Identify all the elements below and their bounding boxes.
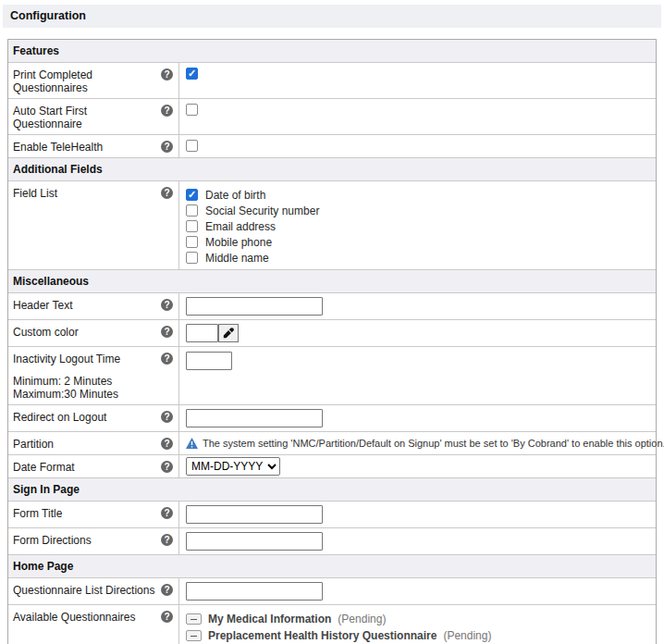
drag-handle-icon[interactable] bbox=[186, 613, 202, 625]
row-available-questionnaires: Available Questionnaires ? My Medical In… bbox=[8, 605, 656, 644]
row-questionnaire-list-directions: Questionnaire List Directions ? bbox=[8, 578, 656, 605]
email-checkbox[interactable] bbox=[186, 220, 198, 232]
section-header-features: Features bbox=[8, 40, 656, 63]
row-redirect-on-logout: Redirect on Logout ? bbox=[8, 405, 656, 432]
row-header-text: Header Text ? bbox=[8, 293, 656, 320]
help-icon[interactable]: ? bbox=[161, 507, 173, 519]
help-icon[interactable]: ? bbox=[161, 438, 173, 450]
inactivity-limits-note: Minimum: 2 Minutes Maximum:30 Minutes bbox=[13, 375, 173, 401]
header-text-input[interactable] bbox=[186, 297, 323, 316]
field-label: Form Directions bbox=[13, 534, 95, 547]
field-label: Partition bbox=[13, 438, 57, 451]
help-icon[interactable]: ? bbox=[161, 534, 173, 546]
help-icon[interactable]: ? bbox=[161, 611, 173, 623]
section-header-additional-fields: Additional Fields bbox=[8, 158, 656, 181]
inactivity-maximum: Maximum:30 Minutes bbox=[13, 388, 173, 401]
section-header-miscellaneous: Miscellaneous bbox=[8, 270, 656, 293]
row-field-list: Field List ? Date of birth Social Securi… bbox=[8, 181, 656, 270]
form-directions-input[interactable] bbox=[186, 532, 323, 551]
row-form-directions: Form Directions ? bbox=[8, 528, 656, 555]
redirect-on-logout-input[interactable] bbox=[186, 409, 323, 427]
field-label: Enable TeleHealth bbox=[13, 141, 106, 154]
field-label: Available Questionnaires bbox=[13, 611, 140, 624]
eyedropper-icon bbox=[223, 328, 234, 339]
middle-name-checkbox[interactable] bbox=[186, 252, 198, 264]
help-icon[interactable]: ? bbox=[161, 584, 173, 596]
questionnaire-item: My Medical Information (Pending) bbox=[186, 613, 386, 625]
warning-icon bbox=[186, 438, 198, 449]
page-title: Configuration bbox=[3, 5, 661, 28]
row-print-completed-questionnaires: Print Completed Questionnaires ? bbox=[8, 63, 656, 99]
status-badge: (Pending) bbox=[443, 629, 491, 642]
row-date-format: Date Format ? MM-DD-YYYY bbox=[8, 455, 656, 478]
mobile-phone-checkbox[interactable] bbox=[186, 236, 198, 248]
field-option-ssn: Social Security number bbox=[186, 203, 319, 218]
ssn-checkbox[interactable] bbox=[186, 204, 198, 217]
field-label: Form Title bbox=[13, 507, 66, 520]
drag-handle-icon[interactable] bbox=[186, 630, 202, 641]
auto-start-first-questionnaire-checkbox[interactable] bbox=[186, 104, 198, 116]
help-icon[interactable]: ? bbox=[161, 141, 173, 153]
questionnaire-list-directions-input[interactable] bbox=[186, 582, 323, 601]
field-label: Inactivity Logout Time bbox=[13, 353, 124, 365]
field-label: Redirect on Logout bbox=[13, 411, 110, 424]
partition-warning: The system setting 'NMC/Partition/Defaul… bbox=[186, 438, 664, 449]
field-option-middle-name: Middle name bbox=[186, 250, 269, 266]
help-icon[interactable]: ? bbox=[161, 461, 173, 473]
date-format-select[interactable]: MM-DD-YYYY bbox=[186, 457, 280, 476]
help-icon[interactable]: ? bbox=[161, 353, 173, 365]
help-icon[interactable]: ? bbox=[161, 105, 173, 117]
field-label: Questionnaire List Directions bbox=[13, 584, 158, 597]
row-custom-color: Custom color ? bbox=[8, 320, 656, 347]
field-label: Custom color bbox=[13, 326, 82, 339]
help-icon[interactable]: ? bbox=[161, 411, 173, 423]
color-picker-button[interactable] bbox=[218, 324, 239, 342]
row-auto-start-first-questionnaire: Auto Start First Questionnaire ? bbox=[8, 99, 656, 135]
row-enable-telehealth: Enable TeleHealth ? bbox=[8, 135, 656, 158]
field-option-mobile-phone: Mobile phone bbox=[186, 234, 272, 250]
help-icon[interactable]: ? bbox=[161, 68, 173, 80]
date-of-birth-checkbox[interactable] bbox=[186, 189, 198, 201]
inactivity-logout-time-input[interactable] bbox=[186, 352, 232, 370]
field-label: Field List bbox=[13, 187, 61, 200]
configuration-panel: Features Print Completed Questionnaires … bbox=[7, 39, 657, 644]
inactivity-minimum: Minimum: 2 Minutes bbox=[13, 375, 173, 388]
help-icon[interactable]: ? bbox=[161, 326, 173, 338]
form-title-input[interactable] bbox=[186, 505, 323, 524]
questionnaire-item: Preplacement Health History Questionnair… bbox=[186, 629, 491, 642]
help-icon[interactable]: ? bbox=[161, 299, 173, 311]
status-badge: (Pending) bbox=[338, 613, 386, 625]
page-title-text: Configuration bbox=[10, 9, 86, 22]
section-header-sign-in-page: Sign In Page bbox=[8, 478, 656, 502]
field-label: Header Text bbox=[13, 299, 76, 312]
custom-color-input[interactable] bbox=[186, 324, 218, 342]
field-label: Print Completed Questionnaires bbox=[13, 68, 161, 94]
field-option-date-of-birth: Date of birth bbox=[186, 187, 265, 203]
section-header-home-page: Home Page bbox=[8, 555, 656, 578]
row-partition: Partition ? The system setting 'NMC/Part… bbox=[8, 432, 656, 455]
field-option-email: Email address bbox=[186, 218, 276, 234]
enable-telehealth-checkbox[interactable] bbox=[186, 140, 198, 152]
partition-warning-text: The system setting 'NMC/Partition/Defaul… bbox=[203, 438, 664, 449]
print-completed-questionnaires-checkbox[interactable] bbox=[186, 68, 198, 80]
field-label: Date Format bbox=[13, 461, 79, 474]
row-form-title: Form Title ? bbox=[8, 502, 656, 528]
field-label: Auto Start First Questionnaire bbox=[13, 105, 161, 130]
row-inactivity-logout-time: Inactivity Logout Time ? Minimum: 2 Minu… bbox=[8, 347, 656, 405]
help-icon[interactable]: ? bbox=[161, 187, 173, 199]
